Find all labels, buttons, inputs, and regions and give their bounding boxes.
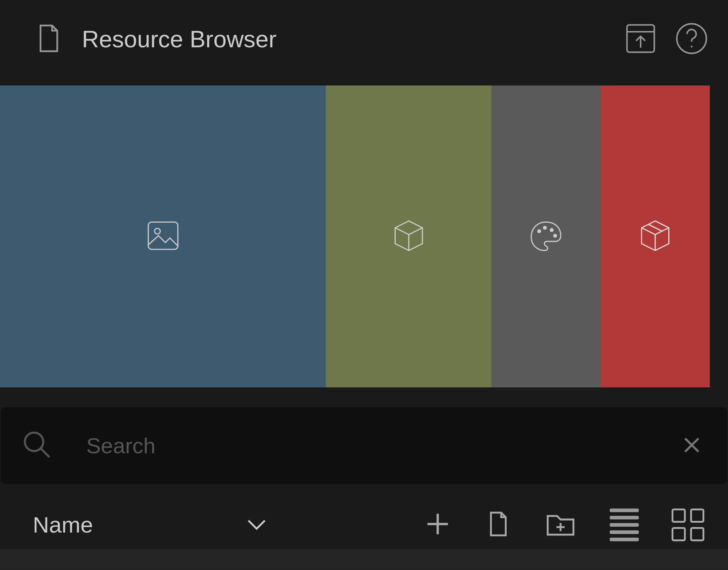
svg-point-8: [550, 229, 553, 232]
panel-title: Resource Browser: [82, 25, 277, 53]
svg-rect-4: [148, 222, 178, 250]
list-view-button[interactable]: [610, 509, 639, 541]
new-folder-button[interactable]: [544, 508, 577, 542]
package-icon: [637, 218, 673, 255]
svg-point-2: [677, 24, 706, 53]
category-mesh[interactable]: [326, 85, 491, 387]
svg-point-5: [154, 228, 160, 234]
svg-line-11: [41, 449, 50, 457]
svg-point-7: [543, 226, 546, 229]
content-area: [0, 549, 728, 570]
toolbar: Name: [0, 484, 728, 549]
toolbar-actions: [424, 508, 704, 542]
svg-point-10: [25, 433, 43, 451]
search-bar: [1, 407, 727, 484]
sort-label: Name: [33, 512, 93, 538]
svg-point-9: [554, 234, 557, 237]
category-material[interactable]: [491, 85, 601, 387]
document-icon: [33, 23, 64, 55]
sort-dropdown[interactable]: Name: [33, 512, 268, 538]
svg-point-6: [538, 230, 541, 233]
category-package[interactable]: [601, 85, 710, 387]
panel-header: Resource Browser: [0, 0, 728, 85]
new-file-button[interactable]: [484, 510, 511, 539]
clear-search-button[interactable]: [682, 435, 702, 457]
palette-icon: [528, 218, 564, 255]
search-input[interactable]: [86, 433, 682, 458]
cube-icon: [391, 218, 427, 255]
header-actions: [622, 20, 710, 58]
category-image[interactable]: [0, 85, 326, 387]
image-icon: [145, 218, 181, 255]
category-strip: [0, 85, 728, 387]
grid-view-button[interactable]: [672, 509, 704, 541]
help-button[interactable]: [673, 20, 710, 58]
upload-button[interactable]: [622, 20, 659, 58]
add-button[interactable]: [424, 510, 451, 539]
chevron-down-icon: [246, 517, 268, 533]
header-left: Resource Browser: [33, 23, 622, 55]
search-icon: [21, 429, 54, 463]
svg-point-3: [691, 45, 693, 47]
